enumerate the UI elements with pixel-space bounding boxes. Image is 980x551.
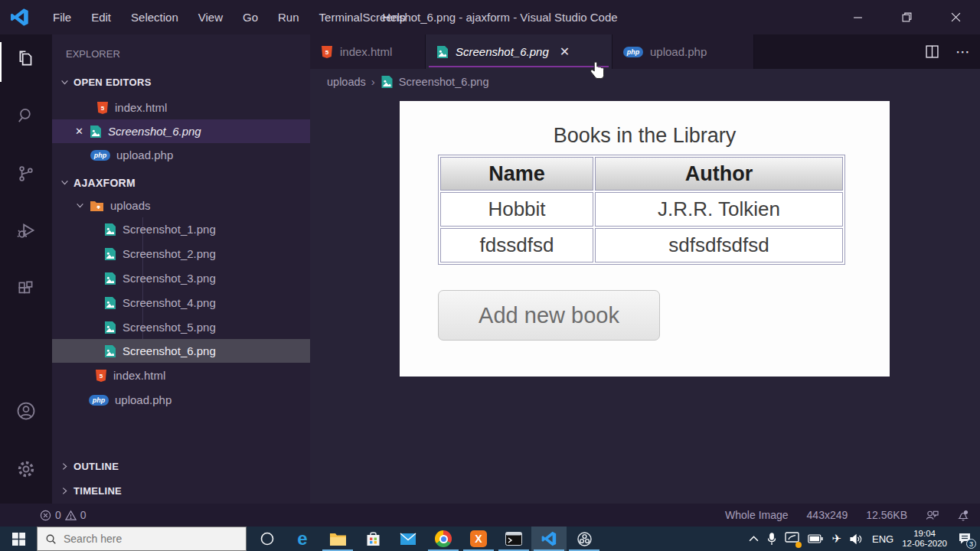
svg-text:5: 5 [100,372,103,379]
chevron-down-icon [58,77,70,89]
file-label: Screenshot_5.png [122,321,216,334]
status-bar: 0 0 Whole Image 443x249 12.56KB [0,504,980,527]
tab-upload-php[interactable]: php upload.php [612,34,754,69]
status-zoom-mode[interactable]: Whole Image [725,509,788,521]
extensions-icon[interactable] [0,270,52,307]
menu-run[interactable]: Run [268,11,309,24]
warning-count[interactable]: 0 [80,509,87,521]
menu-file[interactable]: File [43,11,81,24]
close-icon[interactable]: ✕ [75,126,83,137]
menu-selection[interactable]: Selection [121,11,188,24]
edge-browser-icon[interactable]: e [285,527,320,551]
search-icon [45,533,57,545]
cortana-icon[interactable] [250,527,285,551]
active-tab-underline [429,66,609,67]
file-label: Screenshot_3.png [122,272,216,285]
action-center-icon[interactable]: 3 [956,530,974,548]
vscode-taskbar-icon[interactable] [531,527,567,551]
notifications-bell-icon[interactable] [957,509,969,522]
image-preview: Books in the Library Name Author Hobbit … [400,101,890,377]
battery-icon[interactable] [808,534,823,543]
source-control-icon[interactable] [0,155,52,192]
explorer-icon[interactable] [0,41,52,77]
mouse-cursor [590,61,606,81]
feedback-icon[interactable] [926,509,939,521]
breadcrumb-file[interactable]: Screenshot_6.png [399,76,489,88]
errors-icon[interactable] [40,510,51,521]
clock-time: 19:04 [902,529,947,539]
sidebar-title: EXPLORER [52,42,310,66]
title-bar: File Edit Selection View Go Run Terminal… [0,0,980,34]
warnings-icon[interactable] [65,510,77,521]
file-index-html-root[interactable]: 5 index.html [52,364,310,387]
file-screenshot3[interactable]: Screenshot_3.png [52,266,310,290]
open-editors-header[interactable]: OPEN EDITORS [52,70,310,94]
cell-book-author: sdfsdfsdfsd [595,228,843,262]
tab-label: upload.php [650,45,707,58]
outline-section-header[interactable]: OUTLINE [52,455,310,478]
start-button[interactable] [0,527,37,551]
tab-screenshot6-active[interactable]: Screenshot_6.png ✕ [426,34,612,69]
file-screenshot6-selected[interactable]: Screenshot_6.png [52,339,310,363]
account-icon[interactable] [0,393,52,429]
image-file-icon [104,321,116,334]
open-editor-upload-php[interactable]: php upload.php [52,143,310,167]
vscode-logo-icon [9,7,30,28]
file-upload-php-root[interactable]: php upload.php [52,388,310,412]
breadcrumb-folder[interactable]: uploads [327,76,366,88]
status-image-dimensions: 443x249 [807,509,848,521]
taskbar-search[interactable] [37,527,247,551]
html-file-icon: 5 [96,101,109,115]
close-window-button[interactable] [931,0,980,34]
mail-icon[interactable] [390,527,426,551]
cast-status-dot [795,542,802,548]
menu-edit[interactable]: Edit [81,11,121,24]
file-explorer-icon[interactable] [320,527,355,551]
file-screenshot4[interactable]: Screenshot_4.png [52,291,310,315]
php-file-icon: php [89,395,109,406]
folder-uploads[interactable]: uploads [52,194,310,217]
microphone-icon[interactable] [767,533,776,546]
minimize-button[interactable] [833,0,882,34]
microsoft-store-icon[interactable] [355,527,390,551]
language-indicator[interactable]: ENG [872,533,893,545]
tab-close-icon[interactable]: ✕ [560,44,570,59]
search-input[interactable] [64,533,217,545]
menu-view[interactable]: View [188,11,233,24]
file-label: index.html [113,369,165,382]
screen-cast-icon[interactable] [785,532,799,546]
search-icon[interactable] [0,97,52,134]
xampp-icon[interactable]: X [461,527,496,551]
split-editor-icon[interactable] [926,45,939,58]
obs-studio-icon[interactable] [567,527,602,551]
command-prompt-icon[interactable] [496,527,531,551]
image-file-icon [90,125,102,139]
file-label: Screenshot_1.png [122,223,216,236]
file-screenshot5[interactable]: Screenshot_5.png [52,315,310,339]
image-file-icon [104,296,116,310]
volume-icon[interactable] [850,533,864,545]
chrome-icon[interactable] [426,527,461,551]
error-count[interactable]: 0 [55,509,61,521]
menu-go[interactable]: Go [233,11,268,24]
status-file-size: 12.56KB [866,509,907,521]
restore-button[interactable] [882,0,931,34]
image-file-icon [104,223,116,236]
file-screenshot1[interactable]: Screenshot_1.png [52,217,310,241]
tray-chevron-up-icon[interactable] [749,535,759,543]
more-actions-icon[interactable]: ⋯ [956,43,971,60]
run-debug-icon[interactable] [0,212,52,249]
tab-label: Screenshot_6.png [456,45,549,58]
clock-date: 12-06-2020 [902,539,947,549]
open-editor-screenshot6[interactable]: ✕ Screenshot_6.png [52,119,310,143]
chevron-down-icon [74,200,86,212]
project-section-header[interactable]: AJAXFORM [52,171,310,194]
file-screenshot2[interactable]: Screenshot_2.png [52,242,310,266]
taskbar-clock[interactable]: 19:04 12-06-2020 [902,529,947,549]
tab-index-html[interactable]: 5 index.html [310,34,426,69]
open-editor-index-html[interactable]: 5 index.html [52,96,310,119]
timeline-section-header[interactable]: TIMELINE [52,479,310,503]
settings-gear-icon[interactable] [0,451,52,487]
table-row: fdssdfsd sdfsdfsdfsd [440,228,843,262]
airplane-mode-icon[interactable]: ✈ [831,532,841,546]
